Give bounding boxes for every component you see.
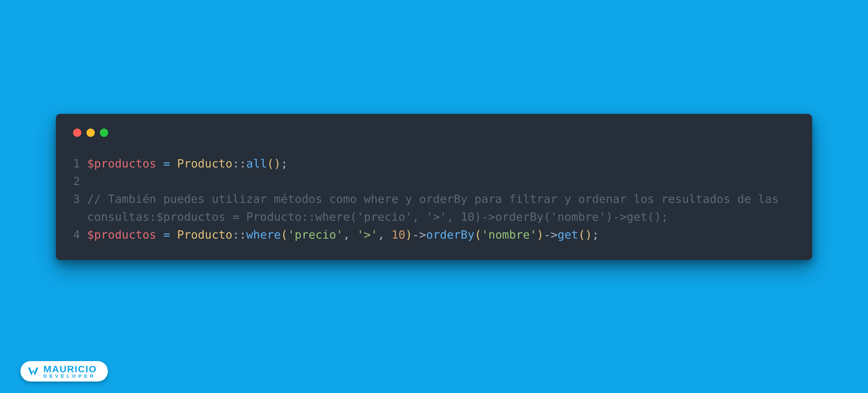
code-block: 1$productos = Producto::all();2 3// Tamb… [73, 155, 795, 244]
code-token: '>' [357, 228, 377, 241]
code-token: all [246, 157, 267, 170]
code-token [170, 228, 177, 241]
code-token: $productos [87, 157, 156, 170]
code-token: ) [405, 228, 412, 241]
code-token: :: [232, 157, 246, 170]
code-token [156, 157, 163, 170]
line-content: $productos = Producto::all(); [87, 155, 795, 172]
code-token: $productos [87, 228, 156, 241]
line-number: 3 [73, 190, 87, 208]
code-token: , [343, 228, 357, 241]
code-token: // También puedes utilizar métodos como … [87, 192, 779, 223]
close-dot-icon [73, 129, 82, 137]
logo-mark-icon [27, 365, 39, 378]
code-token: where [246, 228, 281, 241]
author-title: DEVELOPER [43, 373, 97, 378]
minimize-dot-icon [87, 129, 95, 137]
line-number: 4 [73, 226, 87, 244]
line-content: // También puedes utilizar métodos como … [87, 190, 795, 226]
code-token: ( [474, 228, 482, 241]
code-line: 1$productos = Producto::all(); [73, 155, 795, 172]
line-number: 2 [73, 172, 87, 190]
code-token: get [558, 228, 578, 241]
code-token: ; [281, 157, 288, 170]
code-line: 3// También puedes utilizar métodos como… [73, 190, 795, 226]
code-token: Producto [177, 157, 232, 170]
line-number: 1 [73, 155, 87, 172]
code-line: 4$productos = Producto::where('precio', … [73, 226, 795, 244]
author-name: MAURICIO [43, 364, 97, 374]
code-line: 2 [73, 172, 795, 190]
code-token: () [578, 228, 592, 241]
code-token: -> [544, 228, 558, 241]
code-token: ) [537, 228, 544, 241]
window-traffic-lights [73, 129, 795, 137]
code-token: 'nombre' [482, 228, 537, 241]
line-content [87, 172, 795, 190]
code-token: = [163, 157, 170, 170]
code-token: = [163, 228, 170, 241]
code-token: Producto [177, 228, 232, 241]
zoom-dot-icon [100, 129, 108, 137]
code-token: :: [232, 228, 246, 241]
line-content: $productos = Producto::where('precio', '… [87, 226, 795, 244]
code-token [170, 157, 177, 170]
code-window: 1$productos = Producto::all();2 3// Tamb… [56, 114, 812, 260]
code-token [156, 228, 163, 241]
code-token: orderBy [426, 228, 474, 241]
code-token: , [377, 228, 391, 241]
code-token: 'precio' [288, 228, 343, 241]
code-token: 10 [392, 228, 405, 241]
code-token: ; [592, 228, 599, 241]
code-token: ( [281, 228, 288, 241]
code-token: -> [412, 228, 426, 241]
author-badge-text: MAURICIO DEVELOPER [43, 364, 97, 378]
code-token: () [267, 157, 281, 170]
author-badge: MAURICIO DEVELOPER [21, 361, 108, 382]
